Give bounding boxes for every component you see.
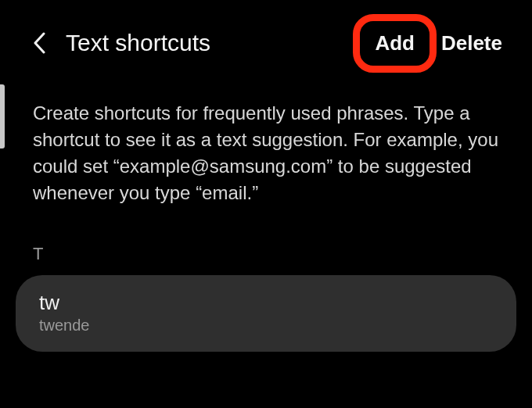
delete-button[interactable]: Delete xyxy=(441,31,502,55)
add-button[interactable]: Add xyxy=(375,31,415,55)
section-letter: T xyxy=(0,206,532,275)
back-icon[interactable] xyxy=(30,34,49,52)
shortcut-item[interactable]: tw twende xyxy=(16,275,516,352)
shortcut-key: tw xyxy=(39,291,493,315)
page-title: Text shortcuts xyxy=(66,30,375,56)
description-text: Create shortcuts for frequently used phr… xyxy=(0,70,532,206)
header-actions: Add Delete xyxy=(375,31,502,55)
header-bar: Text shortcuts Add Delete xyxy=(0,0,532,70)
scroll-indicator xyxy=(0,84,5,149)
shortcut-phrase: twende xyxy=(39,317,493,335)
add-button-label: Add xyxy=(375,31,415,55)
